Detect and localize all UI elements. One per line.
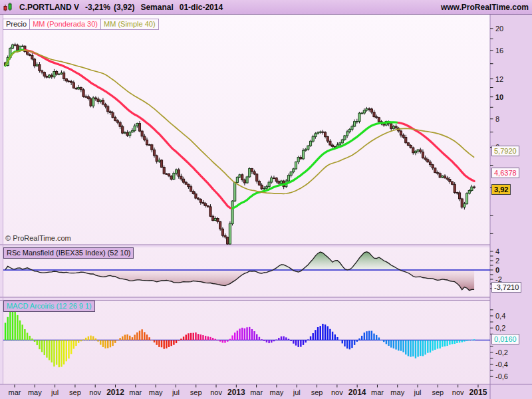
macd-bar [439,340,440,348]
macd-bar [44,340,45,355]
candle-body [94,98,96,99]
legend-mm-ponderada-30[interactable]: MM (Ponderada 30) [29,19,101,30]
macd-bar [358,338,360,340]
macd-bar [107,340,108,348]
macd-bar [215,339,216,340]
macd-bar [442,340,443,346]
candle-body [400,131,402,135]
candle-body [376,117,378,118]
candle-body [368,109,370,110]
macd-bar [134,334,135,340]
macd-bar [251,329,253,340]
macd-bar [408,340,409,356]
macd-bar [104,340,106,348]
candle-body [126,132,128,136]
candle-body [458,193,460,199]
rsc-panel-label[interactable]: RSc Mansfield (IBEX35 Index) (52 10) [3,247,134,259]
x-axis-label: nov [331,388,343,396]
x-axis-label: 2012 [106,388,124,397]
candle-body [268,182,270,187]
macd-bar [234,332,235,340]
macd-bar [88,336,89,340]
macd-bar [427,340,428,352]
wma30-value-box: 4,6378 [491,168,519,178]
candle-body [85,96,87,97]
macd-bar [410,340,411,356]
macd-bar [327,326,329,340]
candle-body [249,168,251,176]
candle-body [134,126,136,130]
candle-body [446,178,448,180]
x-axis-label: sep [69,388,81,396]
price-legend: Precio MM (Ponderada 30) MM (Simple 40) [3,19,158,30]
macd-bar [400,340,402,350]
candle-body [246,177,248,183]
candle-body [151,145,153,150]
candle-body [53,72,55,77]
candle-body [153,150,155,156]
timeframe-label: Semanal [140,3,173,12]
macd-bar [229,339,231,340]
macd-bar [249,327,250,340]
macd-bar [80,340,82,341]
macd-bar [354,340,355,344]
macd-bar [293,340,294,343]
macd-bar [344,340,345,346]
candle-body [190,187,192,192]
macd-bar [237,331,238,340]
macd-bar [63,340,65,364]
candle-body [97,99,99,102]
macd-bar [173,340,174,344]
macd-bar [39,340,40,349]
candle-body [209,207,211,216]
candle-body [466,194,467,204]
candle-body [312,137,314,142]
chart-canvas[interactable]: 2016121086420-20,40,2-0,2-0,4-0,6marmayj… [0,0,532,399]
candle-body [200,200,201,203]
candle-body [146,140,148,144]
candle-body [468,190,470,193]
macd-bar [9,312,11,340]
macd-bar [454,340,456,344]
candle-body [195,194,197,198]
candle-body [278,182,280,184]
candle-body [188,184,190,187]
website-link[interactable]: www.ProRealTime.com [441,3,529,12]
candle-body [207,205,209,207]
macd-bar [300,340,301,346]
macd-bar [112,340,113,346]
candle-body [297,157,299,162]
macd-bar [346,340,348,348]
candle-body [217,219,219,222]
candle-body [141,131,143,136]
macd-bar [351,340,352,348]
candle-body [21,46,23,47]
candle-body [46,76,48,77]
candle-body [138,124,140,132]
macd-bar [371,331,372,340]
macd-bar [46,340,47,357]
candle-body [14,45,16,45]
candle-body [305,149,307,150]
candle-body [319,132,321,132]
legend-precio[interactable]: Precio [3,19,30,30]
candle-body [109,112,111,113]
y-tick-label: 2 [495,257,499,265]
macd-bar [49,340,50,360]
macd-bar [268,340,269,343]
x-axis-label: may [390,388,404,396]
macd-bar [446,340,448,346]
macd-bar [266,340,267,342]
x-axis-label: mar [9,388,21,396]
macd-bar [349,340,350,349]
macd-bar [424,340,426,354]
macd-bar [452,340,453,344]
candle-body [358,113,360,121]
macd-panel-label[interactable]: MACD Arcoiris (12 26 9 1) [3,301,95,312]
legend-mm-simple-40[interactable]: MM (Simple 40) [100,19,159,30]
sma40-value-box: 5,7920 [491,146,519,156]
candle-body [65,78,67,80]
macd-bar [92,336,94,340]
macd-bar [464,340,465,341]
candle-body [163,167,165,174]
